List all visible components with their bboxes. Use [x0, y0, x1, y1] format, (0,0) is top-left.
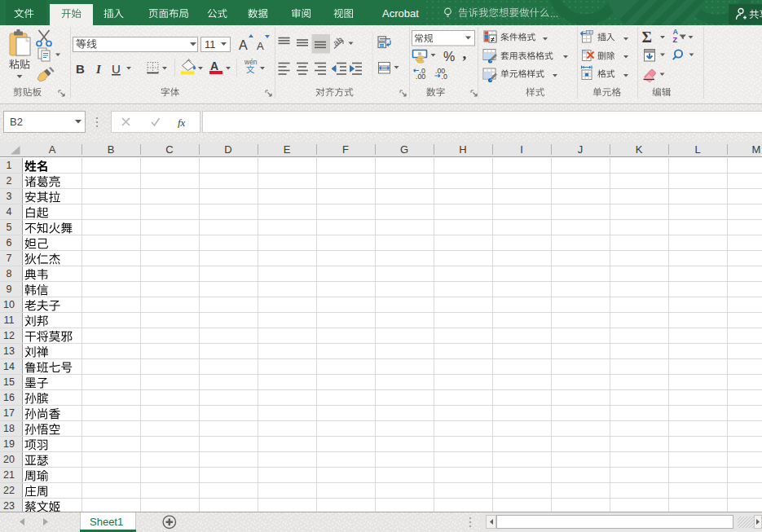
svg-text:Σ: Σ: [642, 29, 652, 46]
svg-text:U: U: [112, 62, 121, 76]
svg-text:A: A: [673, 28, 679, 36]
svg-text:,: ,: [463, 45, 467, 62]
svg-text:.0: .0: [442, 73, 447, 81]
svg-text:%: %: [443, 50, 455, 64]
svg-text:B: B: [76, 62, 85, 76]
svg-text:A: A: [257, 40, 264, 52]
svg-text:fx: fx: [178, 117, 186, 128]
svg-text:Z: Z: [673, 36, 678, 44]
svg-text:.00: .00: [416, 73, 425, 81]
svg-text:A: A: [210, 59, 218, 73]
svg-text:A: A: [239, 38, 248, 52]
svg-text:I: I: [95, 63, 102, 76]
